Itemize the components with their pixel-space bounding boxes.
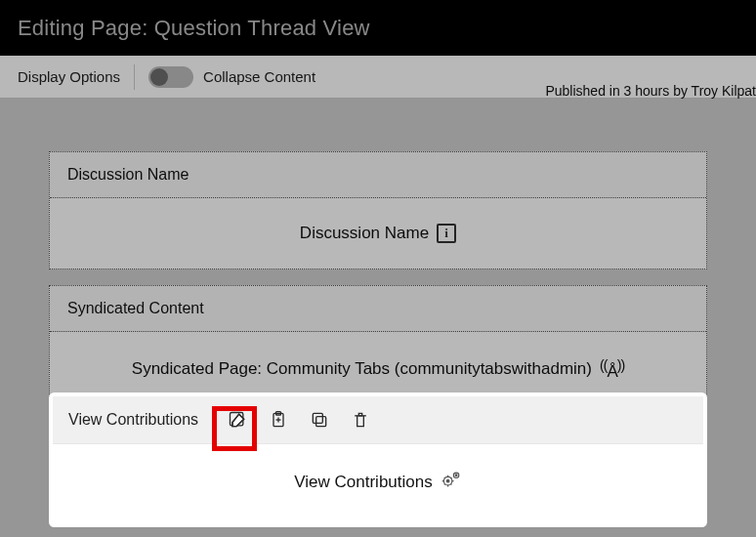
pencil-square-icon (228, 410, 247, 430)
svg-point-18 (455, 475, 457, 476)
layout-canvas: Discussion Name Discussion Name i Syndic… (0, 99, 756, 443)
copy-icon (310, 410, 329, 430)
publish-status: Published in 3 hours by Troy Kilpat (545, 83, 756, 99)
view-contributions-block[interactable]: View Contributions (53, 396, 703, 523)
svg-point-8 (446, 479, 449, 482)
info-icon: i (437, 224, 456, 243)
discussion-block-header: Discussion Name (50, 152, 706, 198)
view-contributions-title: View Contributions (68, 411, 198, 429)
toggle-knob (150, 68, 168, 86)
trash-icon (351, 410, 370, 430)
collapse-label: Collapse Content (203, 68, 315, 85)
collapse-toggle[interactable] (148, 66, 193, 88)
svg-line-16 (450, 477, 451, 478)
block-toolbar (226, 408, 372, 432)
page-title-bar: Editing Page: Question Thread View (0, 0, 756, 56)
view-contributions-body-label: View Contributions (294, 473, 432, 492)
syndicated-content-block[interactable]: Syndicated Content Syndicated Page: Comm… (49, 285, 707, 408)
copy-button[interactable] (308, 408, 331, 432)
discussion-name-block[interactable]: Discussion Name Discussion Name i (49, 151, 707, 269)
syndicated-body-label: Syndicated Page: Community Tabs (communi… (132, 359, 592, 379)
discussion-body-label: Discussion Name (300, 224, 429, 243)
edit-button[interactable] (226, 408, 249, 432)
syndicated-block-header: Syndicated Content (50, 286, 706, 332)
display-options-label: Display Options (18, 68, 120, 85)
add-button[interactable] (267, 408, 290, 432)
options-divider (134, 64, 135, 90)
svg-rect-5 (316, 417, 326, 427)
discussion-block-body: Discussion Name i (50, 198, 706, 268)
svg-rect-6 (313, 413, 322, 423)
view-contributions-header: View Contributions (53, 396, 703, 444)
page-title: Editing Page: Question Thread View (18, 16, 370, 41)
clipboard-plus-icon (269, 410, 288, 430)
svg-line-13 (444, 477, 445, 478)
svg-line-14 (450, 483, 451, 484)
broadcast-icon: ((Å)) (600, 357, 624, 382)
delete-button[interactable] (349, 408, 372, 432)
view-contributions-body: View Contributions (53, 444, 703, 523)
svg-line-15 (444, 483, 445, 484)
gears-icon (441, 470, 462, 494)
